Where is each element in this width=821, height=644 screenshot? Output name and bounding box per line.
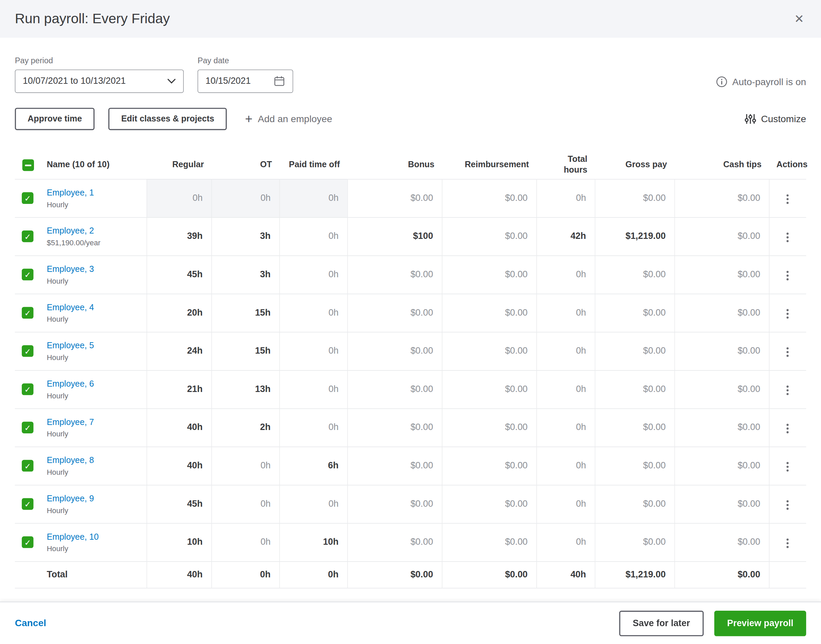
bonus-cell[interactable]: $0.00 — [347, 485, 442, 523]
cash-tips-cell[interactable]: $0.00 — [674, 332, 769, 370]
employee-link[interactable]: Employee, 4 — [47, 302, 94, 311]
row-actions-kebab-icon[interactable] — [783, 344, 792, 360]
cash-tips-cell[interactable]: $0.00 — [674, 408, 769, 447]
row-actions-kebab-icon[interactable] — [783, 191, 792, 207]
ot-hours-cell[interactable]: 13h — [211, 370, 279, 408]
employee-link[interactable]: Employee, 2 — [47, 226, 94, 235]
regular-hours-cell[interactable]: 40h — [147, 408, 211, 447]
row-actions-kebab-icon[interactable] — [783, 459, 792, 475]
ot-hours-cell[interactable]: 2h — [211, 408, 279, 447]
regular-hours-cell[interactable]: 0h — [147, 179, 211, 217]
cash-tips-cell[interactable]: $0.00 — [674, 485, 769, 523]
edit-classes-projects-button[interactable]: Edit classes & projects — [108, 108, 227, 130]
cash-tips-cell[interactable]: $0.00 — [674, 523, 769, 561]
pay-date-input[interactable]: 10/15/2021 — [198, 70, 293, 93]
bonus-cell[interactable]: $0.00 — [347, 446, 442, 485]
cash-tips-cell[interactable]: $0.00 — [674, 294, 769, 332]
row-actions-kebab-icon[interactable] — [783, 535, 792, 551]
row-checkbox[interactable]: ✓ — [22, 269, 34, 281]
ot-hours-cell[interactable]: 3h — [211, 217, 279, 256]
reimbursement-cell[interactable]: $0.00 — [442, 446, 536, 485]
row-checkbox[interactable]: ✓ — [22, 536, 34, 548]
save-for-later-button[interactable]: Save for later — [619, 610, 704, 636]
employee-link[interactable]: Employee, 7 — [47, 417, 94, 426]
row-checkbox[interactable]: ✓ — [22, 498, 34, 510]
bonus-cell[interactable]: $0.00 — [347, 408, 442, 447]
cash-tips-cell[interactable]: $0.00 — [674, 179, 769, 217]
paid-time-off-cell[interactable]: 0h — [279, 179, 347, 217]
paid-time-off-cell[interactable]: 0h — [279, 485, 347, 523]
row-checkbox[interactable]: ✓ — [22, 383, 34, 396]
ot-hours-cell[interactable]: 15h — [211, 294, 279, 332]
cash-tips-cell[interactable]: $0.00 — [674, 370, 769, 408]
regular-hours-cell[interactable]: 20h — [147, 294, 211, 332]
regular-hours-cell[interactable]: 45h — [147, 255, 211, 294]
cash-tips-cell[interactable]: $0.00 — [674, 446, 769, 485]
preview-payroll-button[interactable]: Preview payroll — [714, 610, 806, 636]
reimbursement-cell[interactable]: $0.00 — [442, 485, 536, 523]
row-checkbox[interactable]: ✓ — [22, 230, 34, 242]
paid-time-off-cell[interactable]: 0h — [279, 332, 347, 370]
cancel-button[interactable]: Cancel — [15, 618, 46, 629]
ot-hours-cell[interactable]: 0h — [211, 485, 279, 523]
add-employee-button[interactable]: + Add an employee — [245, 113, 332, 126]
reimbursement-cell[interactable]: $0.00 — [442, 217, 536, 256]
cash-tips-cell[interactable]: $0.00 — [674, 217, 769, 256]
row-actions-kebab-icon[interactable] — [783, 420, 792, 436]
regular-hours-cell[interactable]: 21h — [147, 370, 211, 408]
bonus-cell[interactable]: $100 — [347, 217, 442, 256]
cash-tips-cell[interactable]: $0.00 — [674, 255, 769, 294]
ot-hours-cell[interactable]: 15h — [211, 332, 279, 370]
row-actions-kebab-icon[interactable] — [783, 267, 792, 283]
row-checkbox[interactable]: ✓ — [22, 422, 34, 433]
reimbursement-cell[interactable]: $0.00 — [442, 294, 536, 332]
paid-time-off-cell[interactable]: 0h — [279, 255, 347, 294]
employee-link[interactable]: Employee, 10 — [47, 532, 99, 541]
select-all-checkbox[interactable] — [22, 159, 34, 171]
ot-hours-cell[interactable]: 0h — [211, 179, 279, 217]
close-icon[interactable]: ✕ — [792, 11, 806, 26]
row-actions-kebab-icon[interactable] — [783, 306, 792, 322]
bonus-cell[interactable]: $0.00 — [347, 255, 442, 294]
bonus-cell[interactable]: $0.00 — [347, 294, 442, 332]
reimbursement-cell[interactable]: $0.00 — [442, 332, 536, 370]
row-actions-kebab-icon[interactable] — [783, 230, 792, 245]
reimbursement-cell[interactable]: $0.00 — [442, 255, 536, 294]
bonus-cell[interactable]: $0.00 — [347, 332, 442, 370]
row-checkbox[interactable]: ✓ — [22, 345, 34, 357]
bonus-cell[interactable]: $0.00 — [347, 370, 442, 408]
regular-hours-cell[interactable]: 24h — [147, 332, 211, 370]
reimbursement-cell[interactable]: $0.00 — [442, 179, 536, 217]
paid-time-off-cell[interactable]: 0h — [279, 370, 347, 408]
paid-time-off-cell[interactable]: 10h — [279, 523, 347, 561]
row-checkbox[interactable]: ✓ — [22, 460, 34, 472]
approve-time-button[interactable]: Approve time — [15, 108, 95, 130]
bonus-cell[interactable]: $0.00 — [347, 179, 442, 217]
regular-hours-cell[interactable]: 45h — [147, 485, 211, 523]
paid-time-off-cell[interactable]: 0h — [279, 408, 347, 447]
regular-hours-cell[interactable]: 39h — [147, 217, 211, 256]
row-checkbox[interactable]: ✓ — [22, 192, 34, 204]
employee-link[interactable]: Employee, 1 — [47, 188, 94, 197]
ot-hours-cell[interactable]: 0h — [211, 523, 279, 561]
regular-hours-cell[interactable]: 40h — [147, 446, 211, 485]
ot-hours-cell[interactable]: 0h — [211, 446, 279, 485]
pay-period-select[interactable]: 10/07/2021 to 10/13/2021 — [15, 70, 184, 93]
paid-time-off-cell[interactable]: 6h — [279, 446, 347, 485]
row-checkbox[interactable]: ✓ — [22, 307, 34, 319]
regular-hours-cell[interactable]: 10h — [147, 523, 211, 561]
ot-hours-cell[interactable]: 3h — [211, 255, 279, 294]
customize-button[interactable]: Customize — [744, 113, 806, 125]
reimbursement-cell[interactable]: $0.00 — [442, 370, 536, 408]
bonus-cell[interactable]: $0.00 — [347, 523, 442, 561]
employee-link[interactable]: Employee, 9 — [47, 494, 94, 503]
row-actions-kebab-icon[interactable] — [783, 382, 792, 398]
row-actions-kebab-icon[interactable] — [783, 497, 792, 513]
employee-link[interactable]: Employee, 5 — [47, 340, 94, 350]
reimbursement-cell[interactable]: $0.00 — [442, 408, 536, 447]
paid-time-off-cell[interactable]: 0h — [279, 217, 347, 256]
reimbursement-cell[interactable]: $0.00 — [442, 523, 536, 561]
employee-link[interactable]: Employee, 3 — [47, 264, 94, 273]
paid-time-off-cell[interactable]: 0h — [279, 294, 347, 332]
employee-link[interactable]: Employee, 8 — [47, 455, 94, 464]
